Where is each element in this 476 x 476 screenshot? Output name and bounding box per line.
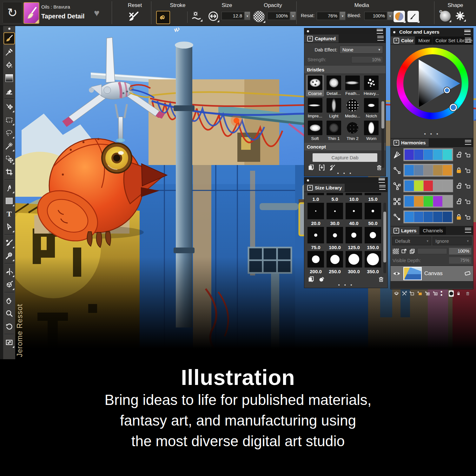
bristles-scrollbar[interactable] — [381, 101, 384, 168]
pickup-color-icon[interactable] — [401, 248, 407, 255]
layer-mask-icon[interactable] — [449, 290, 453, 297]
copy-dab-icon[interactable] — [307, 164, 314, 171]
bristle-item[interactable]: Coarse — [306, 75, 324, 96]
size-dropdown-button[interactable]: ▾ — [244, 11, 250, 20]
menu-icon[interactable] — [377, 29, 383, 34]
swatch[interactable] — [424, 212, 433, 222]
layers-empty-area[interactable] — [391, 281, 473, 288]
tab-captured[interactable]: × Captured — [304, 35, 339, 43]
close-icon[interactable]: × — [393, 140, 399, 146]
bristle-item[interactable]: Detail... — [325, 75, 343, 96]
swatch[interactable] — [405, 212, 414, 222]
tab-color[interactable]: × Color — [391, 36, 415, 44]
capture-dab-button[interactable]: Capture Dab — [313, 153, 377, 162]
straight-stroke-button[interactable] — [171, 24, 183, 36]
bleed-dropdown-button[interactable]: ▾ — [387, 11, 393, 20]
tool-layer-adjuster[interactable] — [4, 100, 15, 113]
trash-icon[interactable] — [378, 276, 384, 283]
menu-icon[interactable] — [377, 36, 384, 41]
size-thumb-clipped[interactable] — [327, 193, 343, 195]
opacity-dropdown-button[interactable]: ▾ — [290, 11, 296, 20]
close-icon[interactable]: × — [307, 185, 313, 191]
swatch[interactable] — [405, 181, 414, 191]
swatch[interactable] — [405, 149, 414, 160]
swatch[interactable] — [414, 212, 423, 222]
bristle-item[interactable]: Soft — [306, 120, 324, 142]
lock-icon[interactable] — [455, 214, 462, 221]
tab-channels[interactable]: Channels — [420, 227, 446, 235]
tool-shape-select[interactable] — [4, 220, 15, 233]
strength-value[interactable]: 10% — [351, 56, 383, 63]
harmony-shades-icon[interactable] — [393, 213, 401, 221]
depth-mode-select[interactable]: Ignore ▾ — [433, 237, 472, 245]
bristle-item[interactable]: Notch — [362, 97, 380, 119]
tool-pen[interactable] — [4, 181, 15, 194]
opacity-icon[interactable] — [253, 11, 265, 22]
tool-brush[interactable] — [3, 32, 15, 44]
panel-grip[interactable]: • • • — [304, 171, 386, 177]
swatch[interactable] — [424, 181, 433, 191]
dab-shape-button[interactable]: ⚙ — [440, 11, 451, 22]
resat-input[interactable]: 76% — [317, 12, 340, 20]
dab-effect-select[interactable]: None ▾ — [340, 46, 383, 54]
add-swatch-icon[interactable] — [465, 198, 471, 205]
size-thumb[interactable] — [327, 203, 343, 219]
palette-drawer-edge[interactable] — [0, 25, 3, 359]
bristle-item[interactable]: Heavy... — [362, 75, 380, 96]
tool-transform[interactable] — [4, 152, 15, 165]
more-dots-icon[interactable]: • • — [440, 290, 446, 297]
layer-attribute-icon[interactable] — [464, 270, 471, 277]
swatch[interactable] — [424, 165, 433, 175]
triangle-color-marker[interactable] — [444, 87, 450, 93]
add-swatch-icon[interactable] — [465, 183, 471, 189]
layer-commands-icon[interactable] — [394, 290, 399, 297]
bristles-header[interactable]: Bristles — [304, 66, 386, 73]
tool-rotate-page[interactable] — [4, 320, 15, 333]
size-input[interactable]: 12.8 — [221, 12, 244, 20]
swatch[interactable] — [405, 196, 414, 207]
undo-rotate-button[interactable]: ↻ — [3, 2, 22, 23]
opacity-input[interactable]: 100% — [267, 12, 290, 20]
swatch[interactable] — [433, 212, 442, 222]
harmony-split-icon[interactable] — [393, 182, 401, 190]
size-thumb[interactable] — [327, 227, 343, 243]
toolbox-drawer-dot[interactable] — [8, 28, 10, 30]
panel-grip[interactable]: • • • — [304, 283, 387, 288]
size-thumb[interactable] — [365, 203, 381, 219]
swatch[interactable] — [443, 196, 452, 207]
bristle-item[interactable]: Thin 2 — [344, 120, 362, 142]
swatch[interactable] — [414, 181, 423, 191]
tool-magnifier[interactable] — [4, 307, 15, 320]
harmony-tetrad-icon[interactable] — [393, 197, 401, 206]
tool-text[interactable]: T — [4, 207, 15, 220]
bristle-item[interactable]: Mediu... — [344, 97, 362, 119]
size-thumb-clipped[interactable] — [365, 193, 381, 195]
sat-value-triangle[interactable] — [397, 48, 468, 119]
swatch[interactable] — [433, 149, 442, 160]
size-thumb[interactable] — [346, 251, 362, 268]
color-layers-header[interactable]: Color and Layers — [391, 28, 473, 36]
size-thumb[interactable] — [327, 251, 343, 268]
swatch[interactable] — [414, 196, 423, 207]
close-icon[interactable]: × — [393, 228, 399, 234]
swatch[interactable] — [414, 149, 423, 160]
duplicate-layer-icon[interactable] — [409, 248, 415, 255]
swatch[interactable] — [443, 181, 452, 191]
layer-row-canvas[interactable]: Canvas — [391, 266, 473, 281]
tool-grabber-hand[interactable] — [4, 294, 15, 307]
close-icon[interactable]: × — [393, 38, 399, 43]
add-swatch-icon[interactable] — [465, 152, 471, 158]
swatch[interactable] — [433, 181, 442, 191]
dab-preview-icon[interactable] — [318, 276, 325, 283]
harmony-complement-icon[interactable] — [393, 166, 401, 175]
lock-icon[interactable] — [455, 151, 462, 158]
tool-crop[interactable] — [4, 165, 15, 178]
swatch[interactable] — [443, 165, 452, 175]
import-dab-icon[interactable] — [318, 164, 325, 171]
size-thumb[interactable] — [346, 203, 362, 219]
tool-navigator[interactable] — [4, 336, 15, 349]
layer-opacity-slider[interactable] — [417, 248, 447, 254]
tool-dodge[interactable] — [4, 249, 15, 262]
trash-icon[interactable] — [466, 290, 470, 297]
tab-layers[interactable]: × Layers — [391, 227, 419, 235]
